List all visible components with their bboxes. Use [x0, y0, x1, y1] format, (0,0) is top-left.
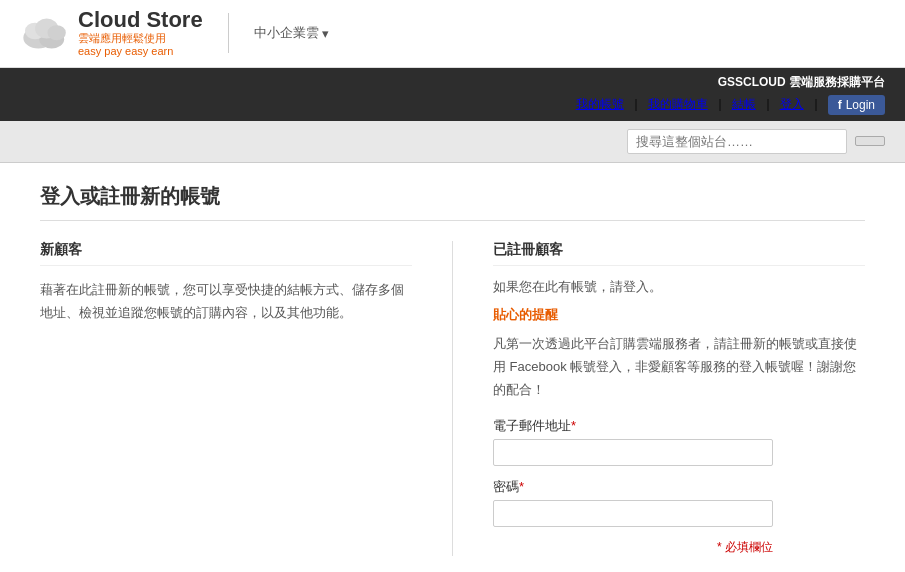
vertical-divider: [228, 13, 229, 53]
tagline: 雲端應用輕鬆使用 easy pay easy earn: [78, 32, 203, 58]
logo-area: Cloud Store 雲端應用輕鬆使用 easy pay easy earn: [20, 8, 203, 59]
checkout-link[interactable]: 結帳: [732, 96, 756, 113]
password-input[interactable]: [493, 500, 773, 527]
registered-customer-heading: 已註冊顧客: [493, 241, 865, 266]
search-input[interactable]: [627, 129, 847, 154]
notice-title: 貼心的提醒: [493, 306, 865, 324]
enterprise-cloud-menu[interactable]: 中小企業雲 ▾: [254, 24, 329, 42]
brand-name: Cloud Store: [78, 8, 203, 32]
new-customer-heading: 新顧客: [40, 241, 412, 266]
cloud-logo-icon: [20, 16, 70, 51]
facebook-login-header-btn[interactable]: f Login: [828, 95, 885, 115]
email-label: 電子郵件地址*: [493, 417, 865, 435]
required-note: * 必填欄位: [493, 539, 773, 556]
new-customer-desc: 藉著在此註冊新的帳號，您可以享受快捷的結帳方式、儲存多個地址、檢視並追蹤您帳號的…: [40, 278, 412, 325]
email-form-group: 電子郵件地址*: [493, 417, 865, 466]
registered-customer-section: 已註冊顧客 如果您在此有帳號，請登入。 貼心的提醒 凡第一次透過此平台訂購雲端服…: [453, 241, 865, 556]
my-account-link[interactable]: 我的帳號: [576, 96, 624, 113]
search-bar: [0, 121, 905, 163]
password-form-group: 密碼*: [493, 478, 865, 527]
login-prompt: 如果您在此有帳號，請登入。: [493, 278, 865, 296]
main-nav: 中小企業雲 ▾: [254, 24, 329, 42]
two-column-layout: 新顧客 藉著在此註冊新的帳號，您可以享受快捷的結帳方式、儲存多個地址、檢視並追蹤…: [40, 241, 865, 556]
login-link[interactable]: 登入: [780, 96, 804, 113]
svg-point-4: [48, 25, 66, 40]
new-customer-section: 新顧客 藉著在此註冊新的帳號，您可以享受快捷的結帳方式、儲存多個地址、檢視並追蹤…: [40, 241, 453, 556]
platform-title: GSSCLOUD 雲端服務採購平台: [718, 74, 885, 91]
dark-bar: GSSCLOUD 雲端服務採購平台 我的帳號 ｜ 我的購物車 ｜ 結帳 ｜ 登入…: [0, 68, 905, 121]
logo-text-area: Cloud Store 雲端應用輕鬆使用 easy pay easy earn: [78, 8, 203, 59]
notice-text: 凡第一次透過此平台訂購雲端服務者，請註冊新的帳號或直接使用 Facebook 帳…: [493, 332, 865, 402]
page-title: 登入或註冊新的帳號: [40, 183, 865, 221]
nav-links-row: 我的帳號 ｜ 我的購物車 ｜ 結帳 ｜ 登入 ｜ f Login: [576, 95, 885, 115]
shopping-cart-link[interactable]: 我的購物車: [648, 96, 708, 113]
top-header: Cloud Store 雲端應用輕鬆使用 easy pay easy earn …: [0, 0, 905, 68]
main-content: 登入或註冊新的帳號 新顧客 藉著在此註冊新的帳號，您可以享受快捷的結帳方式、儲存…: [0, 163, 905, 572]
search-button[interactable]: [855, 136, 885, 146]
email-input[interactable]: [493, 439, 773, 466]
password-label: 密碼*: [493, 478, 865, 496]
